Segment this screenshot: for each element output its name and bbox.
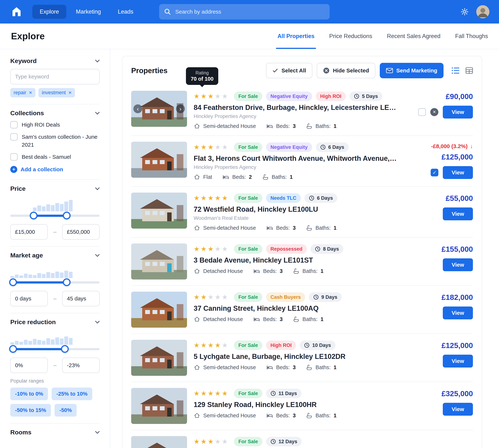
checkbox[interactable]: [10, 133, 18, 141]
view-button[interactable]: View: [443, 355, 473, 368]
bath-icon: [306, 123, 312, 129]
price-reduction-slider-handle-max[interactable]: [61, 345, 69, 353]
detail-value: 1: [321, 316, 324, 322]
select-checkbox[interactable]: ✓: [431, 169, 438, 176]
rooms-section-title: Rooms: [10, 429, 31, 436]
market-age-min-input[interactable]: [10, 291, 48, 306]
market-age-slider-handle-min[interactable]: [9, 278, 17, 286]
user-avatar[interactable]: [476, 5, 489, 18]
status-badge: For Sale: [234, 193, 262, 203]
market-age-histogram: [10, 263, 100, 278]
keyword-section-header[interactable]: Keyword: [10, 57, 100, 64]
range-button-25-to-10[interactable]: -25% to 10%: [52, 387, 92, 400]
house-icon: [194, 412, 200, 419]
view-button[interactable]: View: [443, 306, 473, 319]
days-badge: 10 Days: [300, 340, 335, 350]
detail-value: 1: [333, 364, 336, 370]
view-button[interactable]: View: [443, 208, 473, 220]
tab-all-properties[interactable]: All Properties: [277, 24, 314, 49]
price-min-input[interactable]: [10, 224, 48, 240]
collection-item-best-deals[interactable]: Best deals - Samuel: [10, 153, 100, 161]
price-slider-handle-max[interactable]: [63, 212, 71, 219]
house-icon: [194, 174, 200, 180]
carousel-prev-button[interactable]: ‹: [133, 104, 142, 113]
select-all-button[interactable]: Select All: [266, 63, 312, 78]
price-reduction-min-input[interactable]: [10, 358, 48, 373]
table-view-toggle[interactable]: [466, 67, 473, 74]
property-photo[interactable]: [131, 388, 187, 424]
page-header: Explore All Properties Price Reductions …: [0, 24, 499, 49]
star-icon: ★: [201, 143, 208, 151]
keyword-input[interactable]: [10, 69, 100, 84]
price-slider-handle-min[interactable]: [30, 212, 37, 219]
listing-row: ‹›★★★★★For SaleNegative EquityHigh ROI5 …: [131, 85, 473, 135]
remove-tag-icon[interactable]: ✕: [29, 90, 32, 95]
nav-item-marketing[interactable]: Marketing: [69, 5, 108, 19]
range-button-50[interactable]: -50%: [55, 404, 77, 416]
app-logo-icon[interactable]: [10, 5, 24, 19]
days-label: 6 Days: [317, 195, 333, 201]
checkbox[interactable]: [10, 153, 18, 160]
property-photo[interactable]: [131, 142, 187, 178]
collection-item-sams-custom[interactable]: Sam's custom collection - June 2021: [10, 133, 100, 149]
listing-title: 5 Lychgate Lane, Burbage, Hinckley LE102…: [194, 353, 398, 361]
range-button-50-to-15[interactable]: -50% to 15%: [10, 404, 51, 416]
property-photo[interactable]: [131, 192, 187, 229]
market-age-max-input[interactable]: [62, 291, 100, 306]
collections-section-header[interactable]: Collections: [10, 110, 100, 117]
address-search[interactable]: [159, 4, 330, 19]
tab-price-reductions[interactable]: Price Reductions: [329, 24, 372, 49]
collection-item-high-roi[interactable]: High ROI Deals: [10, 121, 100, 129]
listing-title: 129 Stanley Road, Hinckley LE100HR: [194, 401, 398, 409]
view-button[interactable]: View: [443, 166, 473, 179]
histogram-bar: [42, 341, 46, 345]
price-section-header[interactable]: Price: [10, 185, 100, 192]
view-button[interactable]: View: [443, 258, 473, 271]
price-reduction-section-header[interactable]: Price reduction: [10, 319, 100, 326]
rooms-section-header[interactable]: Rooms: [10, 429, 100, 436]
tag-label: repair: [14, 90, 26, 96]
property-photo[interactable]: [131, 243, 187, 279]
search-icon: [164, 8, 171, 15]
checkbox[interactable]: [10, 121, 18, 128]
bath-icon: [262, 174, 269, 180]
property-photo[interactable]: ‹›: [131, 91, 187, 127]
histogram-bar: [15, 274, 19, 278]
send-marketing-button[interactable]: Send Marketing: [380, 63, 444, 78]
days-label: 12 Days: [279, 439, 297, 445]
nav-item-leads[interactable]: Leads: [110, 5, 140, 19]
range-button-10-to-0[interactable]: -10% to 0%: [10, 387, 48, 400]
star-icon: ★: [215, 92, 222, 100]
days-label: 9 Days: [321, 294, 337, 300]
listing-meta: ★★★★★For Sale11 Days: [194, 389, 398, 398]
property-photo[interactable]: [131, 436, 187, 448]
price-reduction-slider-handle-min[interactable]: [9, 345, 17, 353]
keyword-tag-repair[interactable]: repair✕: [10, 88, 35, 97]
listing-info: ★★★★★For Sale12 Days: [194, 436, 398, 448]
tab-fall-throughs[interactable]: Fall Thoughs: [455, 24, 488, 49]
view-button[interactable]: View: [443, 106, 473, 119]
view-button[interactable]: View: [443, 403, 473, 416]
property-photo[interactable]: [131, 340, 187, 376]
search-input[interactable]: [174, 8, 325, 15]
price-reduction-max-input[interactable]: [62, 358, 100, 373]
nav-item-explore[interactable]: Explore: [32, 5, 66, 19]
keyword-tag-investment[interactable]: investment✕: [38, 88, 75, 97]
market-age-slider-handle-max[interactable]: [63, 278, 71, 286]
days-label: 6 Days: [328, 144, 344, 150]
carousel-next-button[interactable]: ›: [176, 104, 185, 113]
property-photo[interactable]: [131, 292, 187, 328]
price-max-input[interactable]: [62, 224, 100, 240]
detail-label: Baths:: [315, 225, 330, 231]
remove-tag-icon[interactable]: ✕: [68, 90, 72, 95]
chevron-down-icon: [95, 431, 100, 434]
list-view-toggle[interactable]: [452, 67, 460, 74]
dismiss-icon[interactable]: ✕: [430, 108, 438, 116]
market-age-section-header[interactable]: Market age: [10, 252, 100, 259]
tab-recent-sales-agreed[interactable]: Recent Sales Agreed: [387, 24, 440, 49]
settings-gear-icon[interactable]: [460, 8, 469, 16]
add-collection-button[interactable]: + Add a collection: [10, 166, 100, 173]
select-checkbox[interactable]: [418, 108, 426, 116]
histogram-bar: [33, 208, 37, 211]
hide-selected-button[interactable]: Hide Selected: [317, 63, 375, 78]
